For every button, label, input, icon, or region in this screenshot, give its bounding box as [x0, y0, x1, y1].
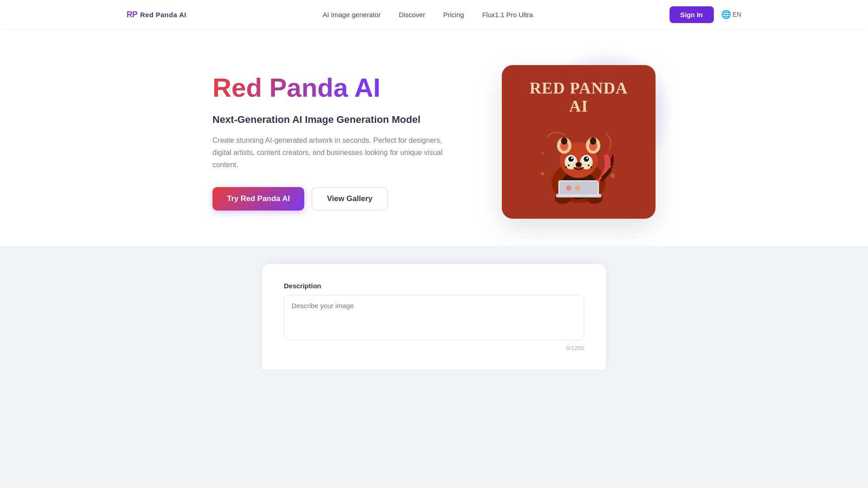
- svg-point-24: [576, 162, 582, 167]
- sign-in-button[interactable]: Sign In: [670, 6, 714, 23]
- hero-description: Create stunning AI-generated artwork in …: [212, 134, 448, 171]
- try-button[interactable]: Try Red Panda AI: [212, 187, 304, 211]
- svg-point-8: [575, 185, 580, 191]
- svg-point-30: [541, 172, 544, 175]
- nav-flux-pro[interactable]: Flux1.1 Pro Ultra: [482, 11, 533, 19]
- hero-buttons: Try Red Panda AI View Gallery: [212, 187, 448, 211]
- svg-point-23: [586, 157, 588, 159]
- language-label: EN: [733, 11, 741, 18]
- svg-point-26: [565, 166, 567, 168]
- hero-section: Red Panda AI Next-Generation AI Image Ge…: [0, 29, 868, 246]
- svg-point-27: [588, 164, 590, 166]
- svg-point-22: [571, 157, 573, 159]
- description-section: Description 0/1250: [0, 246, 868, 370]
- hero-image-card: RED PANDA AI: [502, 65, 656, 219]
- svg-point-28: [590, 166, 592, 168]
- svg-text:+: +: [608, 163, 612, 170]
- hero-title: Red Panda AI: [212, 73, 448, 102]
- svg-point-15: [590, 137, 596, 145]
- nav-pricing[interactable]: Pricing: [443, 11, 464, 19]
- description-textarea[interactable]: [284, 295, 584, 340]
- image-title-line2: AI: [569, 97, 588, 115]
- logo-rp: RP: [127, 10, 137, 19]
- nav-ai-image-generator[interactable]: AI Image generator: [323, 11, 381, 19]
- logo-text: Red Panda AI: [140, 11, 186, 19]
- navbar: RP Red Panda AI AI Image generator Disco…: [0, 0, 868, 29]
- language-icon: 🌐: [721, 9, 731, 19]
- navbar-actions: Sign In 🌐 EN: [670, 6, 741, 23]
- hero-subtitle: Next-Generation AI Image Generation Mode…: [212, 113, 448, 127]
- svg-point-29: [610, 174, 615, 178]
- hero-image-title: RED PANDA AI: [502, 80, 656, 115]
- svg-point-25: [568, 164, 570, 166]
- image-title-line1: RED PANDA: [529, 79, 627, 97]
- logo-area: RP Red Panda AI: [127, 10, 186, 19]
- description-card: Description 0/1250: [262, 264, 606, 370]
- hero-content: Red Panda AI Next-Generation AI Image Ge…: [212, 73, 448, 211]
- logo[interactable]: RP Red Panda AI: [127, 10, 186, 19]
- language-selector[interactable]: 🌐 EN: [721, 9, 741, 19]
- svg-point-14: [561, 137, 567, 145]
- hero-image-background: RED PANDA AI: [502, 65, 656, 219]
- svg-text:✦: ✦: [540, 150, 545, 157]
- gallery-button[interactable]: View Gallery: [311, 187, 388, 211]
- hero-image-area: RED PANDA AI: [502, 65, 656, 219]
- svg-point-21: [584, 156, 589, 162]
- nav-links: AI Image generator Discover Pricing Flux…: [323, 11, 533, 19]
- description-label: Description: [284, 282, 584, 290]
- char-count: 0/1250: [284, 345, 584, 352]
- svg-point-20: [568, 156, 574, 162]
- red-panda-illustration: + ✦: [529, 110, 628, 210]
- svg-point-7: [566, 185, 571, 191]
- nav-discover[interactable]: Discover: [399, 11, 425, 19]
